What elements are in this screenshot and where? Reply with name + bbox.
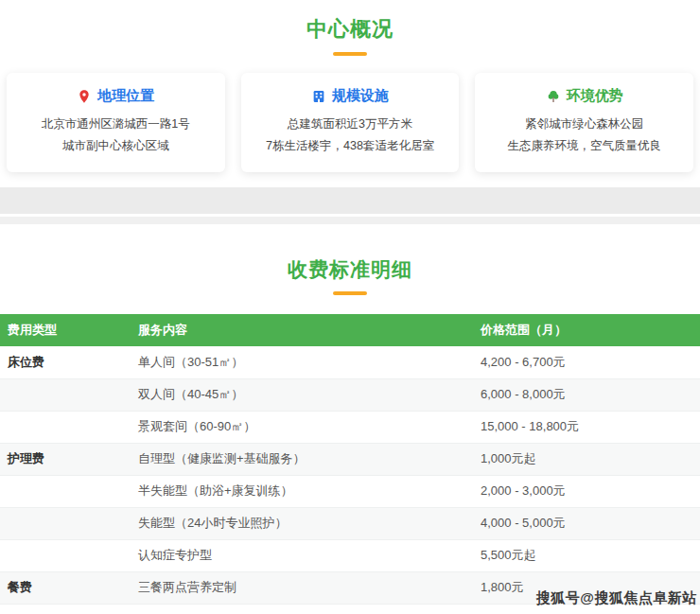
service-cell: 自理型（健康监测+基础服务） — [131, 443, 473, 475]
table-row: 半失能型（助浴+康复训练） 2,000 - 3,000元 — [0, 475, 700, 507]
table-row: 双人间（40-45㎡） 6,000 - 8,000元 — [0, 378, 700, 411]
price-cell: 6,000 - 8,000元 — [473, 378, 700, 411]
card-facilities-header: 规模设施 — [249, 87, 452, 105]
fees-section-title: 收费标准明细 — [0, 256, 700, 283]
header-service: 服务内容 — [131, 314, 473, 346]
card-environment: 环境优势 紧邻城市绿心森林公园 生态康养环境，空气质量优良 — [475, 73, 693, 172]
card-location-header: 地理位置 — [14, 87, 218, 105]
table-row: 认知症专护型 5,500元起 — [0, 539, 700, 571]
card-environment-line1: 紧邻城市绿心森林公园 — [482, 114, 686, 135]
building-icon — [311, 89, 326, 104]
price-cell: 2,000 - 3,000元 — [473, 475, 700, 507]
card-facilities-line1: 总建筑面积近3万平方米 — [249, 114, 452, 135]
card-environment-title: 环境优势 — [567, 87, 623, 105]
card-location-title: 地理位置 — [97, 87, 154, 105]
service-cell: 认知症专护型 — [131, 539, 473, 571]
table-row: 失能型（24小时专业照护） 4,000 - 5,000元 — [0, 507, 700, 539]
fee-type-cell — [0, 378, 131, 411]
overview-cards: 地理位置 北京市通州区潞城西一路1号 城市副中心核心区域 规模设施 总建筑面积近… — [0, 73, 700, 172]
card-location: 地理位置 北京市通州区潞城西一路1号 城市副中心核心区域 — [7, 73, 225, 172]
card-environment-line2: 生态康养环境，空气质量优良 — [482, 135, 686, 157]
fee-type-cell: 餐费 — [0, 571, 131, 604]
fee-type-cell — [0, 475, 131, 507]
card-location-line2: 城市副中心核心区域 — [14, 135, 218, 157]
fee-type-cell: 床位费 — [0, 346, 131, 378]
gray-band-bottom — [0, 217, 700, 224]
gray-band-top — [0, 187, 700, 214]
service-cell: 三餐两点营养定制 — [131, 571, 473, 604]
card-location-line1: 北京市通州区潞城西一路1号 — [14, 114, 218, 135]
tree-icon — [546, 89, 561, 104]
card-facilities-title: 规模设施 — [332, 87, 389, 105]
service-cell: 半失能型（助浴+康复训练） — [131, 475, 473, 507]
price-cell: 4,200 - 6,700元 — [473, 346, 700, 378]
price-cell: 5,500元起 — [473, 539, 700, 571]
fee-table-body: 床位费 单人间（30-51㎡） 4,200 - 6,700元 双人间（40-45… — [0, 346, 700, 604]
watermark-text: 搜狐号@搜狐焦点阜新站 — [536, 589, 697, 607]
fee-type-cell — [0, 507, 131, 539]
fee-type-cell — [0, 411, 131, 443]
table-row: 护理费 自理型（健康监测+基础服务） 1,000元起 — [0, 443, 700, 475]
table-row: 景观套间（60-90㎡） 15,000 - 18,800元 — [0, 411, 700, 443]
table-row: 床位费 单人间（30-51㎡） 4,200 - 6,700元 — [0, 346, 700, 378]
location-pin-icon — [77, 89, 92, 104]
price-cell: 15,000 - 18,800元 — [473, 411, 700, 443]
fee-type-cell: 护理费 — [0, 443, 131, 475]
orange-divider — [333, 52, 367, 56]
header-fee-type: 费用类型 — [0, 314, 131, 346]
service-cell: 单人间（30-51㎡） — [131, 346, 473, 378]
service-cell: 双人间（40-45㎡） — [131, 378, 473, 411]
fee-type-cell — [0, 539, 131, 571]
orange-divider-2 — [333, 291, 367, 295]
price-cell: 1,000元起 — [473, 443, 700, 475]
service-cell: 景观套间（60-90㎡） — [131, 411, 473, 443]
fee-table-header: 费用类型 服务内容 价格范围（月） — [0, 314, 700, 346]
service-cell: 失能型（24小时专业照护） — [131, 507, 473, 539]
header-price: 价格范围（月） — [473, 314, 700, 346]
card-facilities-line2: 7栋生活楼宇，438套适老化居室 — [249, 135, 452, 157]
fee-table: 费用类型 服务内容 价格范围（月） 床位费 单人间（30-51㎡） 4,200 … — [0, 314, 700, 605]
card-facilities: 规模设施 总建筑面积近3万平方米 7栋生活楼宇，438套适老化居室 — [241, 73, 460, 172]
overview-section-title: 中心概况 — [0, 0, 700, 44]
header-row: 费用类型 服务内容 价格范围（月） — [0, 314, 700, 346]
price-cell: 4,000 - 5,000元 — [473, 507, 700, 539]
card-environment-header: 环境优势 — [482, 87, 686, 105]
